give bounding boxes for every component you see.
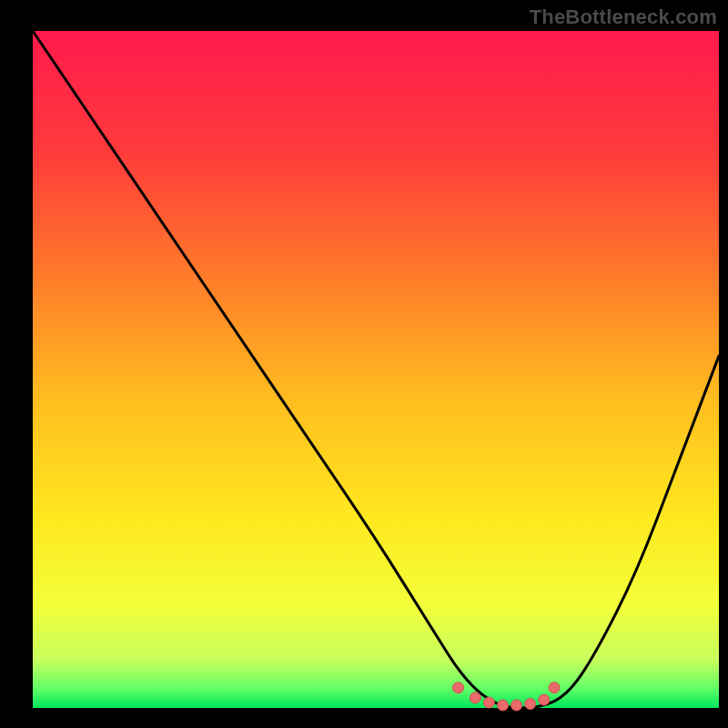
optimal-marker <box>452 682 463 693</box>
watermark-text: TheBottleneck.com <box>530 5 717 29</box>
optimal-marker <box>497 700 508 711</box>
optimal-marker <box>470 693 480 703</box>
optimal-marker <box>549 682 560 693</box>
gradient-background <box>33 31 719 708</box>
optimal-marker <box>539 694 550 705</box>
bottleneck-chart <box>0 0 728 728</box>
optimal-marker <box>525 699 536 710</box>
chart-frame: TheBottleneck.com <box>0 0 728 728</box>
optimal-marker <box>511 700 522 711</box>
optimal-marker <box>483 697 494 708</box>
